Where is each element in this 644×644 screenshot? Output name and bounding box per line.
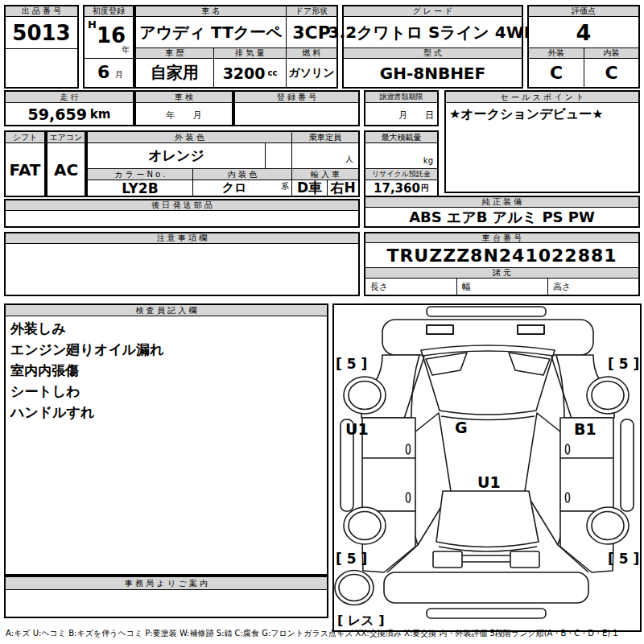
shift-label: シフト bbox=[6, 132, 44, 143]
equipment-box: 純 正 装 備 ABS エアB アルミ PS PW bbox=[364, 196, 640, 228]
equipment-value: ABS エアB アルミ PS PW bbox=[365, 208, 638, 226]
office-label: 事 務 局 よ り ご 案 内 bbox=[6, 577, 327, 590]
mileage-number: 59,659 bbox=[28, 105, 87, 123]
fog-light-left bbox=[427, 325, 453, 334]
first-registration-month: 6 bbox=[97, 62, 109, 82]
displacement-unit: cc bbox=[268, 68, 278, 77]
interior-color-value: クロ bbox=[193, 180, 275, 196]
trunk-latch-right bbox=[510, 551, 539, 568]
spec-height-label: 高さ bbox=[547, 279, 638, 295]
auction-sheet: 出 品 番 号 5013 初度登録 H 16 年 6 月 車 名 ドア形状 アウ… bbox=[0, 0, 644, 644]
mileage-label: 走 行 bbox=[6, 92, 133, 103]
rear-bumper bbox=[384, 572, 588, 603]
sill-right bbox=[621, 419, 634, 511]
import-car-value1: D車 bbox=[291, 180, 327, 196]
front-plate-strip bbox=[427, 307, 546, 316]
inspector-note-line: 外装しみ bbox=[10, 318, 324, 339]
later-parts-box: 後 日 発 送 部 品 bbox=[4, 199, 360, 228]
office-value bbox=[9, 592, 324, 615]
inspector-notes: 外装しみ エンジン廻りオイル漏れ 室内内張傷 シートしわ ハンドルすれ bbox=[10, 318, 324, 572]
tire-depth-mark-rear-left: [ 5 ] bbox=[336, 551, 367, 567]
vehicle-name-value: アウディ TTクーペ bbox=[136, 17, 286, 48]
color-no-label: カ ラ ー N o . bbox=[88, 169, 192, 180]
interior-color-cell: クロ 系 bbox=[192, 180, 291, 196]
registration-number-value bbox=[235, 103, 358, 125]
trunk-latch-left bbox=[433, 551, 462, 568]
wheel-front-left-inner bbox=[349, 382, 381, 410]
displacement-number: 3200 bbox=[223, 64, 266, 82]
color-section-box: 外 装 色 乗車定員 オレンジ 人 カ ラ ー N o . 内 装 色 輸 入 … bbox=[86, 130, 360, 197]
later-parts-label: 後 日 発 送 部 品 bbox=[6, 200, 358, 211]
spare-tire-inner bbox=[339, 575, 369, 601]
first-registration-year-cell: H 16 年 bbox=[85, 17, 133, 59]
equipment-label: 純 正 装 備 bbox=[365, 197, 638, 208]
lot-number-box: 出 品 番 号 5013 bbox=[4, 5, 79, 89]
transfer-deadline-box: 譲渡書類期限 月 日 bbox=[364, 90, 439, 126]
fuel-label: 燃 料 bbox=[286, 48, 336, 59]
aircon-label: エアコン bbox=[47, 132, 85, 143]
fuel-value: ガソリン bbox=[286, 59, 336, 87]
rating-box: 評価点 4 外装 内装 C C bbox=[527, 5, 640, 89]
wheel-rear-right-inner bbox=[592, 512, 624, 540]
sales-point-label: セ ー ル ス ポ イ ン ト bbox=[446, 92, 638, 103]
grade-label: グ レ ー ド bbox=[344, 6, 522, 17]
first-registration-label: 初度登録 bbox=[85, 6, 133, 17]
door-shape-label: ドア形状 bbox=[286, 6, 336, 17]
transfer-deadline-value: 月 日 bbox=[365, 103, 434, 122]
door-handle-left-rear bbox=[407, 493, 411, 502]
history-value: 自家用 bbox=[136, 59, 213, 87]
load-recycle-box: 最大積載量 kg リサイクル預託金 17,360 円 bbox=[364, 130, 439, 197]
exterior-color-extra-cell bbox=[265, 143, 291, 169]
first-registration-box: 初度登録 H 16 年 6 月 bbox=[83, 5, 134, 89]
capacity-value-cell: 人 bbox=[291, 143, 358, 169]
aircon-value: AC bbox=[47, 143, 85, 196]
caution-box: 注 意 事 項 欄 bbox=[4, 232, 360, 296]
sales-point-box: セ ー ル ス ポ イ ン ト ★オークションデビュー★ bbox=[444, 90, 640, 193]
rating-value: 4 bbox=[529, 17, 638, 48]
vehicle-name-box: 車 名 ドア形状 アウディ TTクーペ 3CP 車 歴 排 気 量 燃 料 自家… bbox=[134, 5, 338, 89]
displacement-value: 3200 cc bbox=[213, 59, 286, 87]
max-load-label: 最大積載量 bbox=[365, 132, 437, 143]
inspector-note-line: ハンドルすれ bbox=[10, 402, 324, 423]
vehicle-name-label: 車 名 bbox=[136, 6, 286, 17]
recycle-deposit-unit: 円 bbox=[421, 183, 429, 194]
era-letter: H bbox=[88, 19, 97, 31]
caution-value bbox=[9, 246, 355, 293]
displacement-label: 排 気 量 bbox=[213, 48, 286, 59]
recycle-deposit-label: リサイクル預託金 bbox=[365, 169, 437, 180]
rating-label: 評価点 bbox=[529, 6, 638, 17]
damage-mark-front-center: G bbox=[455, 419, 468, 436]
door-handle-right-rear bbox=[566, 493, 570, 502]
interior-rating-value: C bbox=[584, 59, 638, 87]
inspector-note-line: シートしわ bbox=[10, 381, 324, 402]
inspector-note-line: エンジン廻りオイル漏れ bbox=[10, 339, 324, 360]
wheel-rear-left-inner bbox=[349, 512, 381, 540]
mileage-box: 走 行 59,659 km bbox=[4, 90, 134, 126]
chassis-box: 車 台 番 号 TRUZZZ8N241022881 諸 元 長さ 幅 高さ bbox=[364, 232, 640, 296]
interior-rating-label: 内装 bbox=[584, 48, 638, 59]
aircon-box: エアコン AC bbox=[46, 130, 86, 197]
interior-color-label: 内 装 色 bbox=[192, 169, 291, 180]
inspector-label: 検 査 員 記 入 欄 bbox=[6, 305, 327, 316]
damage-code-legend: A:キズ U:ヘコミ B:キズを伴うヘコミ P:要塗装 W:補修跡 S:錆 C:… bbox=[6, 628, 642, 641]
caution-label: 注 意 事 項 欄 bbox=[6, 233, 358, 244]
shaken-box: 車 検 年 月 bbox=[134, 90, 233, 126]
recycle-deposit-value: 17,360 円 bbox=[365, 180, 437, 196]
mileage-unit: km bbox=[90, 107, 111, 122]
sales-point-value: ★オークションデビュー★ bbox=[449, 106, 637, 123]
car-diagram-box: [ 5 ] [ 5 ] U1 G B1 U1 [ 5 ] [ 5 ] [ レス … bbox=[332, 303, 642, 632]
tire-depth-mark-front-left: [ 5 ] bbox=[336, 356, 367, 372]
wheel-front-right-inner bbox=[592, 382, 624, 410]
lot-number-value: 5013 bbox=[6, 17, 77, 49]
grade-box: グ レ ー ド 3.2クワトロ Sライン 4WD 型 式 GH-8NBHEF bbox=[342, 5, 523, 89]
inspector-note-line: 室内内張傷 bbox=[10, 360, 324, 381]
max-load-value-cell: kg bbox=[365, 143, 437, 169]
exterior-color-label: 外 装 色 bbox=[88, 132, 291, 143]
damage-mark-right-side: B1 bbox=[574, 420, 597, 438]
model-code-value: GH-8NBHEF bbox=[344, 59, 522, 87]
door-handle-left-front bbox=[407, 444, 411, 454]
tire-depth-mark-rear-right: [ 5 ] bbox=[608, 551, 639, 567]
import-car-value2: 右H bbox=[327, 180, 358, 196]
specs-label: 諸 元 bbox=[365, 268, 638, 279]
max-load-unit: kg bbox=[423, 156, 433, 165]
